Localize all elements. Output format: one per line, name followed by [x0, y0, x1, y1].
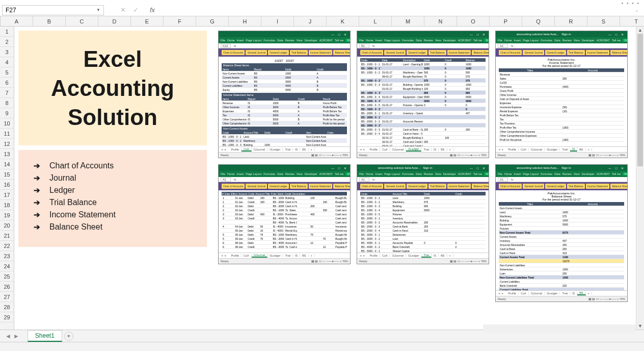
window-buttons: — □ ✕ — [608, 33, 625, 36]
row-header-23[interactable]: 23 — [0, 251, 14, 261]
row-header-16[interactable]: 16 — [0, 180, 14, 190]
window-buttons: — □ ✕ — [470, 166, 487, 170]
sheet-nav-arrows[interactable]: ◄ ► — [0, 333, 24, 340]
column-header-F[interactable]: F — [164, 16, 196, 26]
row-header-27[interactable]: 27 — [0, 292, 14, 302]
list-item-label: Journal — [49, 173, 76, 183]
row-header-5[interactable]: 5 — [0, 67, 14, 78]
thumb-ribbon: FileHomeInsertPage LayoutFormulasDataRev… — [219, 37, 350, 43]
row-header-11[interactable]: 11 — [0, 129, 14, 139]
row-header-24[interactable]: 24 — [0, 261, 14, 271]
column-header-L[interactable]: L — [359, 16, 392, 26]
column-header-R[interactable]: R — [555, 16, 587, 26]
sheet-tabs-bar: ◄ ► Sheet1 + — [0, 330, 644, 342]
thumb-nav: Chart of AccountsGeneral JournalGeneral … — [357, 48, 489, 57]
select-all-corner[interactable] — [0, 16, 1, 26]
row-header-8[interactable]: 8 — [0, 98, 14, 108]
column-header-D[interactable]: D — [98, 16, 131, 26]
thumb-titlebar: — □ ✕ — [219, 165, 350, 171]
enter-icon[interactable]: ✓ — [131, 6, 141, 14]
thumb-status: Ready▦ ▤ ▭ — ——●—— + 70% — [496, 152, 627, 158]
sheet-prev-icon[interactable]: ◄ — [5, 333, 11, 340]
column-header-K[interactable]: K — [327, 16, 359, 26]
column-header-N[interactable]: N — [424, 16, 457, 26]
formula-buttons: ✕ ✓ fx — [118, 6, 157, 14]
row-header-20[interactable]: 20 — [0, 220, 14, 231]
row-header-7[interactable]: 7 — [0, 88, 14, 98]
arrow-icon: ➔ — [34, 186, 40, 195]
row-header-25[interactable]: 25 — [0, 271, 14, 282]
row-header-19[interactable]: 19 — [0, 210, 14, 220]
thumb-nav: Chart of AccountsGeneral JournalGeneral … — [496, 182, 627, 190]
row-header-17[interactable]: 17 — [0, 190, 14, 200]
row-header-28[interactable]: 28 — [0, 302, 14, 312]
worksheet-cells[interactable]: Excel Accounting Solution ➔Chart of Acco… — [14, 27, 644, 332]
column-header-M[interactable]: M — [392, 16, 424, 26]
main-title: Excel Accounting Solution — [51, 44, 174, 132]
column-header-C[interactable]: C — [66, 16, 98, 26]
thumb-titlebar: accounting solution beta Auto... Sign in… — [496, 31, 627, 37]
thumb-formula-bar: K22fx — [219, 43, 350, 48]
row-header-13[interactable]: 13 — [0, 149, 14, 159]
thumb-formula-bar: A1fx — [219, 177, 350, 182]
thumb-titlebar: — □ ✕ — [357, 31, 489, 37]
cancel-icon[interactable]: ✕ — [118, 6, 128, 14]
name-box-dropdown-icon[interactable]: ▼ — [96, 8, 100, 12]
thumb-ribbon: FileHomeInsertPage LayoutFormulasDataRev… — [357, 37, 489, 43]
row-header-15[interactable]: 15 — [0, 169, 14, 180]
thumb-sheet-tabs: ◄ ►ProfileCoAGJournalGLedgerTrialISBS+ — [219, 146, 350, 152]
column-header-E[interactable]: E — [131, 16, 164, 26]
row-header-12[interactable]: 12 — [0, 139, 14, 149]
window-controls[interactable]: • • • • — [622, 1, 640, 6]
column-header-J[interactable]: J — [294, 16, 327, 26]
column-header-B[interactable]: B — [33, 16, 66, 26]
sheet-next-icon[interactable]: ► — [13, 333, 19, 340]
column-header-A[interactable]: A — [1, 16, 33, 26]
list-item-label: Income Statement — [49, 210, 116, 219]
list-item: ➔Chart of Accounts — [34, 161, 192, 170]
row-header-9[interactable]: 9 — [0, 108, 14, 118]
row-header-2[interactable]: 2 — [0, 37, 14, 47]
list-item: ➔Ledger — [34, 186, 192, 195]
column-header-P[interactable]: P — [490, 16, 522, 26]
row-header-4[interactable]: 4 — [0, 57, 14, 67]
row-header-26[interactable]: 26 — [0, 282, 14, 292]
column-header-I[interactable]: I — [261, 16, 294, 26]
column-header-Q[interactable]: Q — [522, 16, 555, 26]
title-block: Excel Accounting Solution — [18, 31, 207, 145]
arrow-icon: ➔ — [34, 173, 40, 183]
list-item-label: Trial Balance — [49, 198, 97, 207]
row-header-18[interactable]: 18 — [0, 200, 14, 210]
scroll-up-icon[interactable]: ▲ — [636, 27, 644, 34]
thumb-formula-bar: A1fx — [496, 177, 627, 182]
thumb-formula-bar: A1fx — [496, 43, 627, 48]
column-header-O[interactable]: O — [457, 16, 490, 26]
column-header-H[interactable]: H — [229, 16, 261, 26]
list-item-label: Ledger — [49, 186, 75, 195]
name-box[interactable]: F27 ▼ — [2, 5, 104, 15]
row-header-3[interactable]: 3 — [0, 47, 14, 57]
scroll-down-icon[interactable]: ▼ — [636, 322, 644, 330]
column-header-S[interactable]: S — [587, 16, 620, 26]
vertical-scrollbar[interactable]: ▲ ▼ — [636, 27, 644, 330]
list-item: ➔Journal — [34, 173, 192, 183]
formula-expand-icon[interactable]: ⌄ — [635, 8, 642, 13]
fx-icon[interactable]: fx — [148, 6, 157, 14]
add-sheet-button[interactable]: + — [64, 332, 73, 341]
formula-bar: F27 ▼ ✕ ✓ fx ⌄ — [0, 4, 644, 16]
sheet-tab-sheet1[interactable]: Sheet1 — [28, 330, 62, 342]
scroll-thumb[interactable] — [637, 34, 643, 166]
row-header-1[interactable]: 1 — [0, 27, 14, 37]
row-header-6[interactable]: 6 — [0, 78, 14, 88]
row-header-10[interactable]: 10 — [0, 118, 14, 129]
column-header-G[interactable]: G — [196, 16, 229, 26]
row-header-21[interactable]: 21 — [0, 231, 14, 241]
arrow-icon: ➔ — [34, 222, 40, 232]
window-buttons: — □ ✕ — [608, 166, 625, 170]
row-header-29[interactable]: 29 — [0, 312, 14, 322]
row-header-14[interactable]: 14 — [0, 159, 14, 169]
horizontal-scrollbar[interactable] — [483, 324, 636, 333]
row-header-22[interactable]: 22 — [0, 241, 14, 251]
thumb-formula-bar: A1fx — [357, 177, 489, 182]
column-header-T[interactable]: T — [620, 16, 644, 26]
